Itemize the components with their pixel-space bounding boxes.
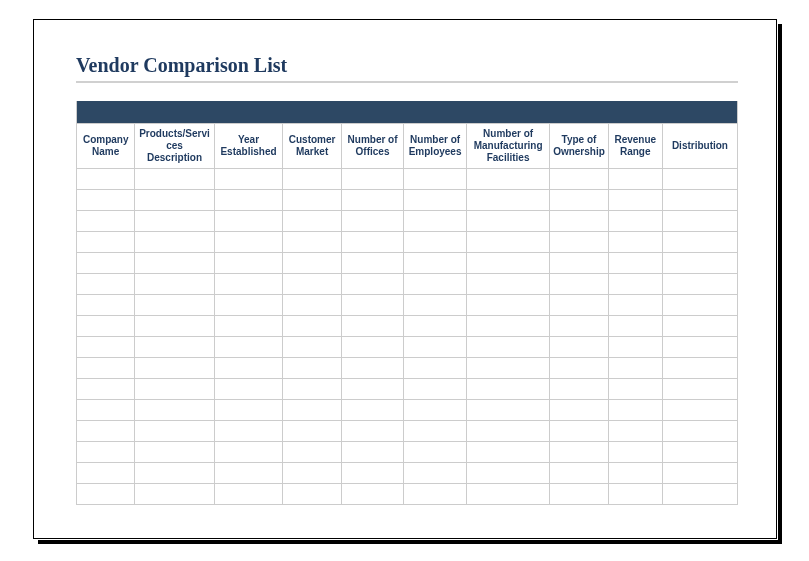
table-cell[interactable] [550,379,608,400]
table-cell[interactable] [466,190,549,211]
table-cell[interactable] [77,211,135,232]
table-cell[interactable] [404,379,467,400]
table-cell[interactable] [135,316,214,337]
table-cell[interactable] [214,442,283,463]
table-cell[interactable] [341,421,404,442]
table-cell[interactable] [404,274,467,295]
table-cell[interactable] [404,358,467,379]
table-cell[interactable] [214,337,283,358]
table-cell[interactable] [550,421,608,442]
table-cell[interactable] [608,190,662,211]
table-cell[interactable] [283,484,341,505]
table-cell[interactable] [404,253,467,274]
table-cell[interactable] [341,295,404,316]
table-cell[interactable] [466,358,549,379]
table-cell[interactable] [404,421,467,442]
table-cell[interactable] [662,463,737,484]
table-cell[interactable] [135,379,214,400]
table-cell[interactable] [214,400,283,421]
table-cell[interactable] [662,274,737,295]
table-cell[interactable] [466,337,549,358]
table-cell[interactable] [341,274,404,295]
table-cell[interactable] [135,295,214,316]
table-cell[interactable] [283,442,341,463]
table-cell[interactable] [404,316,467,337]
table-cell[interactable] [466,463,549,484]
table-cell[interactable] [77,190,135,211]
table-cell[interactable] [283,421,341,442]
table-cell[interactable] [608,421,662,442]
table-cell[interactable] [550,211,608,232]
table-cell[interactable] [608,274,662,295]
table-cell[interactable] [466,211,549,232]
table-cell[interactable] [550,253,608,274]
table-cell[interactable] [466,316,549,337]
table-cell[interactable] [214,211,283,232]
table-cell[interactable] [283,253,341,274]
table-cell[interactable] [466,169,549,190]
table-cell[interactable] [662,421,737,442]
table-cell[interactable] [283,316,341,337]
table-cell[interactable] [135,211,214,232]
table-cell[interactable] [404,400,467,421]
table-cell[interactable] [341,169,404,190]
table-cell[interactable] [404,232,467,253]
table-cell[interactable] [341,358,404,379]
table-cell[interactable] [341,190,404,211]
table-cell[interactable] [283,400,341,421]
table-cell[interactable] [466,232,549,253]
table-cell[interactable] [214,169,283,190]
table-cell[interactable] [608,232,662,253]
table-cell[interactable] [214,484,283,505]
table-cell[interactable] [77,316,135,337]
table-cell[interactable] [135,190,214,211]
table-cell[interactable] [466,379,549,400]
table-cell[interactable] [77,295,135,316]
table-cell[interactable] [214,253,283,274]
table-cell[interactable] [608,379,662,400]
table-cell[interactable] [662,295,737,316]
table-cell[interactable] [214,274,283,295]
table-cell[interactable] [341,316,404,337]
table-cell[interactable] [341,379,404,400]
table-cell[interactable] [550,274,608,295]
table-cell[interactable] [608,169,662,190]
table-cell[interactable] [466,253,549,274]
table-cell[interactable] [283,358,341,379]
table-cell[interactable] [662,484,737,505]
table-cell[interactable] [662,400,737,421]
table-cell[interactable] [550,190,608,211]
table-cell[interactable] [466,484,549,505]
table-cell[interactable] [404,484,467,505]
table-cell[interactable] [77,484,135,505]
table-cell[interactable] [283,190,341,211]
table-cell[interactable] [608,463,662,484]
table-cell[interactable] [550,232,608,253]
table-cell[interactable] [135,232,214,253]
table-cell[interactable] [550,316,608,337]
table-cell[interactable] [341,232,404,253]
table-cell[interactable] [77,463,135,484]
table-cell[interactable] [608,400,662,421]
table-cell[interactable] [404,442,467,463]
table-cell[interactable] [608,211,662,232]
table-cell[interactable] [283,232,341,253]
table-cell[interactable] [214,232,283,253]
table-cell[interactable] [404,463,467,484]
table-cell[interactable] [135,337,214,358]
table-cell[interactable] [662,190,737,211]
table-cell[interactable] [283,463,341,484]
table-cell[interactable] [466,421,549,442]
table-cell[interactable] [404,190,467,211]
table-cell[interactable] [608,253,662,274]
table-cell[interactable] [77,379,135,400]
table-cell[interactable] [662,253,737,274]
table-cell[interactable] [77,232,135,253]
table-cell[interactable] [135,442,214,463]
table-cell[interactable] [77,253,135,274]
table-cell[interactable] [135,421,214,442]
table-cell[interactable] [341,463,404,484]
table-cell[interactable] [608,316,662,337]
table-cell[interactable] [135,253,214,274]
table-cell[interactable] [341,442,404,463]
